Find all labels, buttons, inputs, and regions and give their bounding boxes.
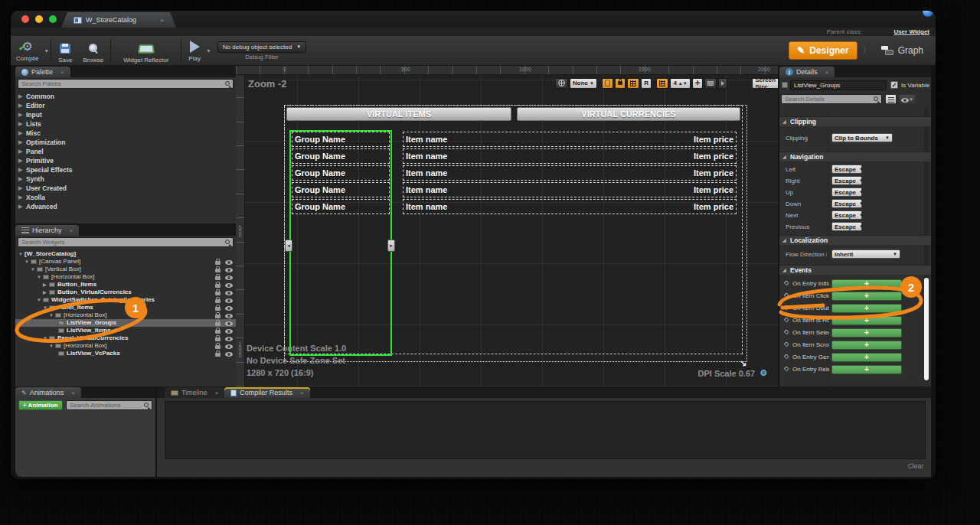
macos-close-button[interactable] [21, 15, 29, 23]
lock-icon[interactable] [215, 338, 220, 341]
expander-icon[interactable]: ▶ [18, 184, 22, 193]
screen-size-dropdown[interactable]: Screen Size▼ [752, 78, 778, 89]
lock-icon[interactable] [215, 345, 220, 349]
transform-mode-button[interactable]: ✛ [692, 78, 704, 89]
expander-icon[interactable]: ▶ [18, 147, 22, 156]
expander-icon[interactable]: ▶ [18, 174, 22, 184]
lock-icon[interactable] [215, 284, 220, 288]
lock-icon[interactable] [215, 276, 220, 280]
lock-icon[interactable] [215, 330, 220, 334]
close-icon[interactable]: × [215, 390, 219, 396]
outline-toggle-button[interactable] [602, 78, 613, 89]
flag-preview-dropdown[interactable]: None▼ [570, 78, 597, 89]
grid-size-stepper[interactable]: 4▲▼ [670, 78, 690, 89]
details-scrollbar-thumb[interactable] [924, 278, 929, 380]
widget-reflector-button[interactable]: Widget Reflector [113, 36, 179, 65]
nav-up-dropdown[interactable]: Escape▼ [831, 188, 862, 197]
section-clipping[interactable]: Clipping [779, 116, 931, 126]
group-row[interactable]: Group Name [292, 165, 390, 181]
expander-icon[interactable]: ▶ [18, 110, 22, 119]
palette-category-primitive[interactable]: ▶Primitive [15, 156, 236, 165]
nav-next-dropdown[interactable]: Escape▼ [831, 210, 862, 220]
nav-right-dropdown[interactable]: Escape▼ [831, 176, 862, 185]
eye-icon[interactable] [225, 283, 233, 288]
designer-viewport[interactable]: 0 500 1000 1500 2000 500 1000 Zoom -2 No… [236, 66, 778, 386]
expander-icon[interactable]: ▶ [18, 92, 22, 101]
lock-icon[interactable] [215, 322, 220, 326]
snap-left-button[interactable] [627, 78, 639, 89]
eye-icon[interactable] [225, 352, 233, 357]
eye-icon[interactable] [225, 291, 233, 295]
parent-class-link[interactable]: User Widget [893, 28, 929, 35]
eye-icon[interactable] [225, 314, 233, 318]
lock-icon[interactable] [215, 299, 220, 303]
palette-category-misc[interactable]: ▶Misc [15, 129, 236, 138]
eye-icon[interactable] [225, 306, 233, 311]
view-options-button[interactable]: ▼ [899, 94, 916, 104]
tree-item-horizontal-box-2[interactable]: ▼[Horizontal Box] [15, 311, 236, 319]
compile-dropdown-icon[interactable]: ▼ [44, 48, 49, 54]
tree-item-vertical-box[interactable]: ▼[Vertical Box] [15, 266, 236, 273]
compile-button[interactable]: ⚙✔ Compile [11, 38, 44, 64]
palette-category-panel[interactable]: ▶Panel [15, 147, 236, 156]
lock-icon[interactable] [215, 353, 220, 357]
designer-mode-button[interactable]: ✎ Designer [789, 41, 857, 60]
close-icon[interactable]: × [300, 390, 304, 396]
mirror-preview-button[interactable] [718, 78, 727, 89]
tab-compiler-results[interactable]: Compiler Results × [224, 387, 309, 398]
tab-details[interactable]: i Details × [779, 67, 835, 77]
palette-category-lists[interactable]: ▶Lists [15, 119, 236, 129]
tree-item-listview-items[interactable]: ListView_Items [15, 327, 236, 334]
tree-item-panel-virtualcurrencies[interactable]: ▼Panel_VirtualCurrencies [15, 334, 236, 342]
tab-close-icon[interactable]: × [160, 17, 164, 24]
details-search-input[interactable] [782, 95, 881, 103]
expander-icon[interactable]: ▶ [18, 165, 22, 174]
expander-icon[interactable]: ▶ [18, 193, 22, 202]
add-event-on-item-doubleclicked-button[interactable]: + [831, 304, 902, 313]
tree-item-horizontal-box-3[interactable]: ▼[Horizontal Box] [15, 342, 236, 350]
close-icon[interactable]: × [825, 69, 829, 76]
frame-resize-handle[interactable]: ↘ [740, 358, 746, 368]
palette-category-xsolla[interactable]: ▶Xsolla [15, 193, 236, 202]
group-row[interactable]: Group Name [292, 199, 390, 214]
grid-snap-toggle-button[interactable] [656, 78, 668, 89]
group-row[interactable]: Group Name [292, 148, 390, 164]
lock-icon[interactable] [215, 292, 220, 295]
nav-down-dropdown[interactable]: Escape▼ [831, 199, 862, 208]
eye-icon[interactable] [225, 329, 233, 334]
save-button[interactable]: Save [53, 36, 77, 65]
eye-icon[interactable] [225, 298, 233, 303]
widget-name-input[interactable] [791, 81, 886, 90]
group-row[interactable]: Group Name [292, 182, 390, 197]
eye-icon[interactable] [225, 344, 233, 349]
tree-item-listview-groups[interactable]: ListView_Groups [15, 319, 236, 327]
add-event-on-item-is-hovered-button[interactable]: + [831, 316, 902, 325]
add-event-on-entry-generated-button[interactable]: + [831, 353, 902, 362]
close-icon[interactable]: × [70, 227, 74, 234]
add-event-on-item-scrolled-button[interactable]: + [831, 341, 902, 350]
virtual-items-button[interactable]: VIRTUAL ITEMS [286, 107, 511, 121]
close-icon[interactable]: × [71, 390, 75, 396]
section-events[interactable]: Events [779, 265, 931, 275]
palette-category-editor[interactable]: ▶Editor [15, 101, 236, 110]
lock-icon[interactable] [215, 315, 220, 318]
resize-handle-right[interactable]: ▸ [387, 240, 395, 252]
tab-palette[interactable]: Palette × [15, 67, 70, 77]
add-event-on-item-selection-button[interactable]: + [831, 328, 902, 338]
expander-icon[interactable]: ▶ [18, 156, 22, 165]
palette-category-optimization[interactable]: ▶Optimization [15, 138, 236, 147]
eye-icon[interactable] [225, 321, 233, 326]
flow-direction-dropdown[interactable]: Inherit▼ [831, 249, 900, 259]
group-row[interactable]: Group Name [292, 132, 390, 147]
lock-icon[interactable] [215, 261, 220, 265]
tree-item-canvas-panel[interactable]: ▼[Canvas Panel] [15, 258, 236, 266]
eye-icon[interactable] [225, 260, 233, 265]
expander-icon[interactable]: ▶ [18, 129, 22, 138]
play-dropdown-icon[interactable]: ▼ [206, 48, 211, 54]
expander-icon[interactable]: ▶ [18, 119, 22, 129]
section-navigation[interactable]: Navigation [779, 152, 931, 161]
nav-previous-dropdown[interactable]: Escape▼ [831, 222, 862, 231]
graph-mode-button[interactable]: Graph [877, 42, 928, 59]
tab-timeline[interactable]: Timeline × [165, 387, 224, 398]
macos-zoom-button[interactable] [49, 15, 57, 23]
